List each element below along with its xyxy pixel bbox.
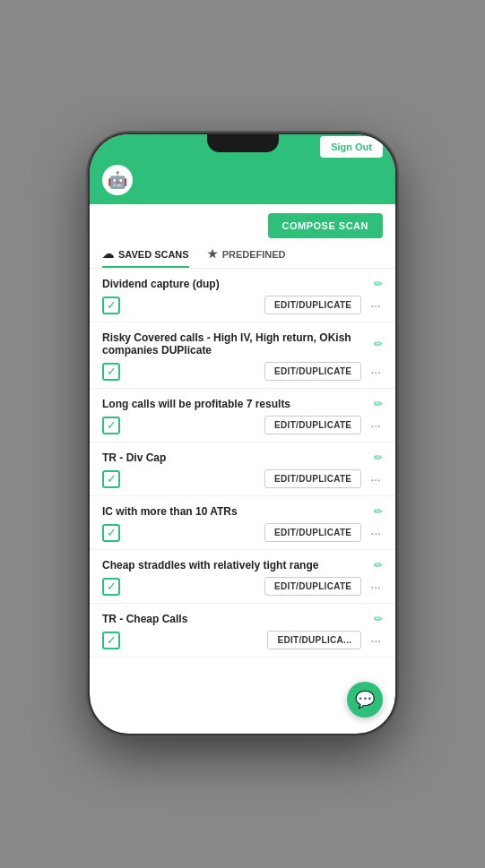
scan-checkbox[interactable]: ✓	[102, 417, 120, 434]
edit-duplicate-button[interactable]: EDIT/DUPLICATE	[264, 362, 361, 381]
more-options-icon[interactable]: ···	[368, 472, 383, 486]
edit-pencil-icon[interactable]: ✏	[374, 398, 383, 410]
scan-title: IC with more than 10 ATRs	[102, 505, 368, 518]
logo-icon: 🤖	[102, 165, 133, 195]
more-options-icon[interactable]: ···	[368, 365, 383, 379]
scan-title-row: IC with more than 10 ATRs ✏	[102, 505, 383, 518]
scan-checkbox[interactable]: ✓	[102, 632, 120, 649]
edit-duplicate-button[interactable]: EDIT/DUPLICA...	[267, 631, 361, 649]
scan-list: Dividend capture (dup) ✏ ✓ EDIT/DUPLICAT…	[90, 269, 395, 734]
more-options-icon[interactable]: ···	[368, 418, 383, 433]
scan-title-row: Risky Covered calls - High IV, High retu…	[102, 331, 383, 357]
scan-item: TR - Cheap Calls ✏ ✓ EDIT/DUPLICA... ···	[90, 604, 395, 657]
scan-title: Cheap straddles with relatively tight ra…	[102, 559, 368, 572]
cloud-icon: ☁	[102, 247, 114, 261]
scan-item: Long calls will be profitable 7 results …	[90, 389, 395, 443]
scan-item: TR - Div Cap ✏ ✓ EDIT/DUPLICATE ···	[90, 443, 395, 496]
edit-pencil-icon[interactable]: ✏	[374, 451, 383, 464]
scan-title: TR - Cheap Calls	[102, 613, 368, 625]
scan-checkbox[interactable]: ✓	[102, 296, 120, 314]
scan-item: Dividend capture (dup) ✏ ✓ EDIT/DUPLICAT…	[90, 269, 395, 322]
status-bar: Sign Out	[90, 134, 395, 159]
scan-title-row: Dividend capture (dup) ✏	[102, 278, 383, 290]
edit-pencil-icon[interactable]: ✏	[374, 505, 383, 518]
scan-title-row: Long calls will be profitable 7 results …	[102, 398, 383, 410]
edit-pencil-icon[interactable]: ✏	[374, 559, 383, 572]
scan-checkbox[interactable]: ✓	[102, 363, 120, 381]
header: 🤖	[90, 159, 395, 204]
phone-screen: Sign Out 🤖 COMPOSE SCAN ☁ SAVED SCANS ★ …	[90, 134, 395, 734]
scan-title-row: TR - Div Cap ✏	[102, 451, 383, 464]
tab-saved-scans[interactable]: ☁ SAVED SCANS	[102, 247, 189, 268]
scan-title: Risky Covered calls - High IV, High retu…	[102, 331, 368, 357]
compose-scan-button[interactable]: COMPOSE SCAN	[268, 213, 383, 238]
edit-pencil-icon[interactable]: ✏	[374, 278, 383, 290]
edit-pencil-icon[interactable]: ✏	[374, 613, 383, 625]
fab-button[interactable]: 💬	[347, 682, 383, 718]
edit-duplicate-button[interactable]: EDIT/DUPLICATE	[264, 469, 361, 488]
phone-frame: Sign Out 🤖 COMPOSE SCAN ☁ SAVED SCANS ★ …	[90, 134, 395, 734]
tab-predefined-label: PREDEFINED	[222, 249, 286, 260]
more-options-icon[interactable]: ···	[368, 633, 383, 648]
scan-item: IC with more than 10 ATRs ✏ ✓ EDIT/DUPLI…	[90, 496, 395, 550]
scan-actions: ✓ EDIT/DUPLICATE ···	[102, 362, 383, 381]
scan-title-row: TR - Cheap Calls ✏	[102, 613, 383, 625]
scan-actions: ✓ EDIT/DUPLICATE ···	[102, 469, 383, 488]
scan-actions: ✓ EDIT/DUPLICA... ···	[102, 631, 383, 649]
notch	[207, 134, 279, 152]
scan-actions: ✓ EDIT/DUPLICATE ···	[102, 523, 383, 542]
scan-title: Long calls will be profitable 7 results	[102, 398, 368, 410]
scan-actions: ✓ EDIT/DUPLICATE ···	[102, 416, 383, 434]
scan-actions: ✓ EDIT/DUPLICATE ···	[102, 296, 383, 314]
scan-title: Dividend capture (dup)	[102, 278, 368, 290]
tab-predefined[interactable]: ★ PREDEFINED	[207, 247, 286, 268]
edit-duplicate-button[interactable]: EDIT/DUPLICATE	[264, 523, 361, 542]
scan-item: Risky Covered calls - High IV, High retu…	[90, 322, 395, 389]
scan-checkbox[interactable]: ✓	[102, 578, 120, 596]
edit-pencil-icon[interactable]: ✏	[374, 338, 383, 350]
sign-out-button[interactable]: Sign Out	[320, 136, 383, 158]
more-options-icon[interactable]: ···	[368, 298, 383, 313]
more-options-icon[interactable]: ···	[368, 580, 383, 594]
scan-checkbox[interactable]: ✓	[102, 470, 120, 488]
scan-checkbox[interactable]: ✓	[102, 524, 120, 542]
header-logo: 🤖	[102, 165, 133, 195]
chat-icon: 💬	[355, 690, 375, 709]
scan-title: TR - Div Cap	[102, 451, 368, 464]
compose-bar: COMPOSE SCAN	[90, 204, 395, 247]
scan-title-row: Cheap straddles with relatively tight ra…	[102, 559, 383, 572]
more-options-icon[interactable]: ···	[368, 526, 383, 540]
edit-duplicate-button[interactable]: EDIT/DUPLICATE	[264, 577, 361, 596]
star-icon: ★	[207, 247, 218, 261]
scan-item: Cheap straddles with relatively tight ra…	[90, 550, 395, 604]
tabs: ☁ SAVED SCANS ★ PREDEFINED	[90, 247, 395, 269]
scan-actions: ✓ EDIT/DUPLICATE ···	[102, 577, 383, 596]
edit-duplicate-button[interactable]: EDIT/DUPLICATE	[264, 416, 361, 434]
logo-emoji: 🤖	[108, 170, 127, 190]
tab-saved-scans-label: SAVED SCANS	[118, 249, 189, 260]
edit-duplicate-button[interactable]: EDIT/DUPLICATE	[264, 296, 361, 314]
